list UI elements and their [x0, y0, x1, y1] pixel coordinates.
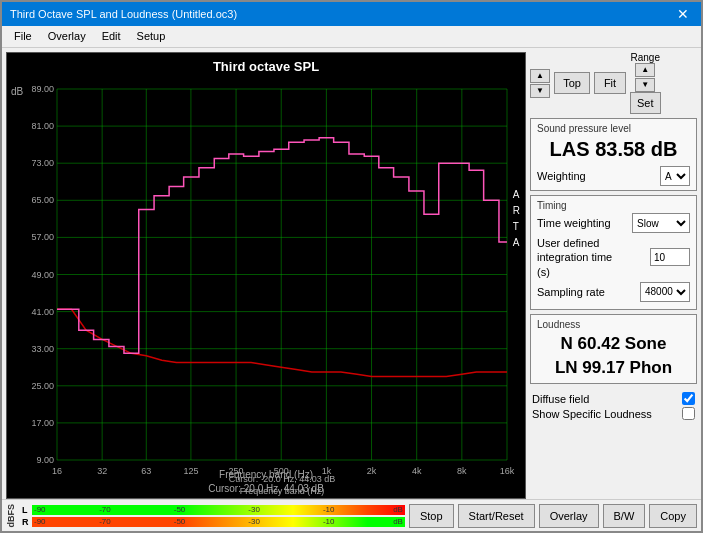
integration-label: User definedintegration time (s) — [537, 236, 627, 279]
window-title: Third Octave SPL and Loudness (Untitled.… — [10, 8, 237, 20]
time-weighting-label: Time weighting — [537, 217, 611, 229]
title-bar: Third Octave SPL and Loudness (Untitled.… — [2, 2, 701, 26]
main-window: Third Octave SPL and Loudness (Untitled.… — [0, 0, 703, 533]
r-tick-10: -10 — [323, 517, 335, 526]
diffuse-field-row: Diffuse field — [532, 392, 695, 405]
options-section: Diffuse field Show Specific Loudness — [530, 388, 697, 422]
diffuse-field-label: Diffuse field — [532, 393, 589, 405]
time-weighting-select[interactable]: Slow Fast Impulse — [632, 213, 690, 233]
loudness-section: Loudness N 60.42 Sone LN 99.17 Phon — [530, 314, 697, 385]
l-tick-10: -10 — [323, 505, 335, 514]
right-panel: ▲ ▼ Top Fit Range ▲ ▼ Set — [526, 48, 701, 499]
loudness-n-value: N 60.42 Sone LN 99.17 Phon — [537, 332, 690, 380]
dbfs-label: dBFS — [6, 504, 16, 528]
ln-value: LN 99.17 Phon — [537, 356, 690, 380]
menu-file[interactable]: File — [6, 28, 40, 45]
spl-chart — [7, 53, 525, 498]
top-down-button[interactable]: ▼ — [530, 84, 550, 98]
fit-label: Fit — [604, 77, 616, 89]
r-label: R — [22, 517, 30, 527]
sampling-rate-row: Sampling rate 48000 44100 96000 — [537, 282, 690, 302]
loudness-section-label: Loudness — [537, 319, 690, 330]
close-button[interactable]: ✕ — [673, 7, 693, 21]
r-tick-30: -30 — [248, 517, 260, 526]
l-tick-70: -70 — [99, 505, 111, 514]
l-tick-30: -30 — [248, 505, 260, 514]
bw-button[interactable]: B/W — [603, 504, 646, 528]
level-r-row: R -90 -70 -50 -30 -10 dB — [22, 517, 405, 527]
chart-area: Third octave SPL ARTA Cursor: 20.0 Hz, 4… — [6, 52, 526, 499]
diffuse-field-checkbox[interactable] — [682, 392, 695, 405]
range-nav-group: ▲ ▼ — [635, 63, 655, 92]
r-tick-70: -70 — [99, 517, 111, 526]
menu-edit[interactable]: Edit — [94, 28, 129, 45]
level-meters: L -90 -70 -50 -30 -10 dB R -90 -70 -50 -… — [22, 505, 405, 527]
menu-bar: File Overlay Edit Setup — [2, 26, 701, 48]
r-tick-90: -90 — [34, 517, 46, 526]
l-tick-50: -50 — [174, 505, 186, 514]
top-label: Top — [563, 77, 581, 89]
spl-section: Sound pressure level LAS 83.58 dB Weight… — [530, 118, 697, 191]
spl-value: LAS 83.58 dB — [537, 136, 690, 163]
r-tick-50: -50 — [174, 517, 186, 526]
weighting-row: Weighting A B C Z — [537, 166, 690, 186]
timing-section-label: Timing — [537, 200, 690, 211]
l-tick-90: -90 — [34, 505, 46, 514]
level-l-row: L -90 -70 -50 -30 -10 dB — [22, 505, 405, 515]
sampling-rate-select[interactable]: 48000 44100 96000 — [640, 282, 690, 302]
overlay-button[interactable]: Overlay — [539, 504, 599, 528]
range-down-button[interactable]: ▼ — [635, 78, 655, 92]
level-bar-r: -90 -70 -50 -30 -10 dB — [32, 517, 405, 527]
r-tick-dB: dB — [393, 517, 403, 526]
spl-section-label: Sound pressure level — [537, 123, 690, 134]
main-content: Third octave SPL ARTA Cursor: 20.0 Hz, 4… — [2, 48, 701, 499]
top-up-button[interactable]: ▲ — [530, 69, 550, 83]
specific-loudness-checkbox[interactable] — [682, 407, 695, 420]
menu-setup[interactable]: Setup — [129, 28, 174, 45]
l-label: L — [22, 505, 30, 515]
timing-section: Timing Time weighting Slow Fast Impulse … — [530, 195, 697, 310]
specific-loudness-label: Show Specific Loudness — [532, 408, 652, 420]
integration-row: User definedintegration time (s) — [537, 236, 690, 279]
menu-overlay[interactable]: Overlay — [40, 28, 94, 45]
top-button[interactable]: Top — [554, 72, 590, 94]
stop-button[interactable]: Stop — [409, 504, 454, 528]
start-reset-button[interactable]: Start/Reset — [458, 504, 535, 528]
level-bar-l: -90 -70 -50 -30 -10 dB — [32, 505, 405, 515]
sampling-rate-label: Sampling rate — [537, 286, 605, 298]
specific-loudness-row: Show Specific Loudness — [532, 407, 695, 420]
bottom-bar: dBFS L -90 -70 -50 -30 -10 dB R -90 -70 … — [2, 499, 701, 531]
weighting-label: Weighting — [537, 170, 586, 182]
range-label: Range — [631, 52, 660, 63]
time-weighting-row: Time weighting Slow Fast Impulse — [537, 213, 690, 233]
nav-controls: ▲ ▼ Top Fit Range ▲ ▼ Set — [530, 52, 697, 114]
integration-input[interactable] — [650, 248, 690, 266]
range-up-button[interactable]: ▲ — [635, 63, 655, 77]
range-group: Range ▲ ▼ Set — [630, 52, 661, 114]
set-button[interactable]: Set — [630, 92, 661, 114]
n-value: N 60.42 Sone — [537, 332, 690, 356]
fit-button[interactable]: Fit — [594, 72, 626, 94]
weighting-select[interactable]: A B C Z — [660, 166, 690, 186]
l-tick-dB: dB — [393, 505, 403, 514]
top-nav-group: ▲ ▼ — [530, 69, 550, 98]
copy-button[interactable]: Copy — [649, 504, 697, 528]
